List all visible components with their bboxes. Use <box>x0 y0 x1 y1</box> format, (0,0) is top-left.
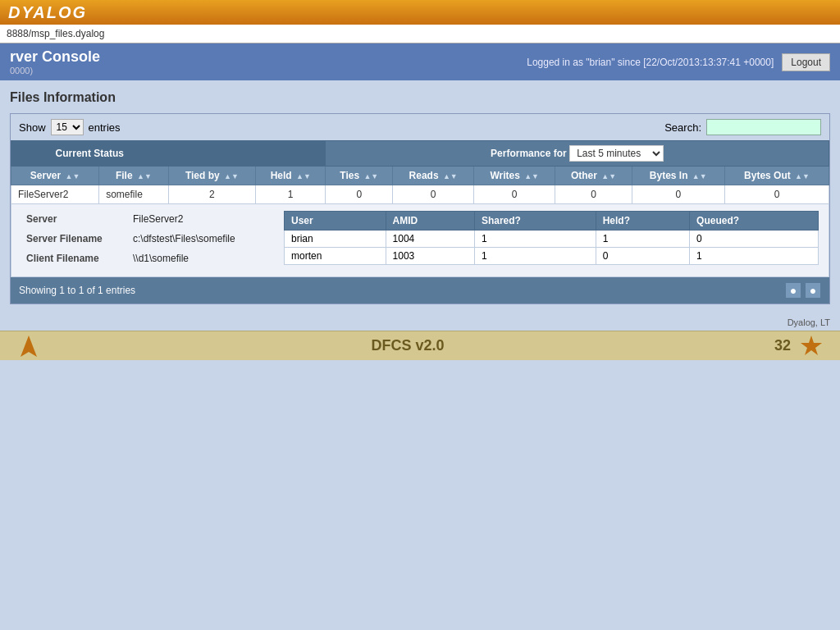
show-label: Show <box>19 121 46 134</box>
url-bar[interactable]: 8888/msp_files.dyalog <box>0 25 840 43</box>
user-1-held: 0 <box>596 248 689 265</box>
perf-time-select[interactable]: Last 5 minutes Last 15 minutes Last hour <box>569 145 664 162</box>
prev-page-button[interactable]: ● <box>785 282 801 299</box>
user-col-shared: Shared? <box>474 212 596 231</box>
search-input[interactable] <box>706 119 821 135</box>
detail-right: User AMID Shared? Held? Queued? <box>274 204 829 276</box>
detail-server-filename-row: Server Filename c:\dfstest\Files\somefil… <box>21 231 264 247</box>
app-title: rver Console <box>10 48 100 66</box>
taskbar-left <box>16 334 41 358</box>
cell-bytes-in: 0 <box>632 185 724 204</box>
app-footer: Dyalog, LT <box>0 314 840 331</box>
current-status-header: Current Status <box>11 141 169 167</box>
svg-marker-1 <box>801 336 822 355</box>
cell-file: somefile <box>99 185 168 204</box>
showing-text: Showing 1 to 1 of 1 entries <box>19 285 135 296</box>
user-table: User AMID Shared? Held? Queued? <box>284 211 819 265</box>
header-right: Logged in as "brian" since [22/Oct/2013:… <box>527 53 830 71</box>
search-label: Search: <box>664 121 701 134</box>
search-control: Search: <box>664 119 821 135</box>
col-file[interactable]: File ▲▼ <box>99 167 168 185</box>
col-writes[interactable]: Writes ▲▼ <box>474 167 555 185</box>
current-status-ext <box>168 141 326 167</box>
server-filename-label: Server Filename <box>21 231 128 247</box>
user-col-amid: AMID <box>386 212 474 231</box>
taskbar-icon <box>799 334 824 358</box>
next-page-button[interactable]: ● <box>805 282 821 299</box>
detail-container: Server FileServer2 Server Filename c:\df… <box>11 204 829 276</box>
taskbar-right-text: 32 <box>774 337 791 354</box>
col-other[interactable]: Other ▲▼ <box>555 167 632 185</box>
svg-marker-0 <box>21 336 37 357</box>
col-tied-by[interactable]: Tied by ▲▼ <box>168 167 256 185</box>
dyalog-logo: DYALOG <box>8 3 87 22</box>
user-0-queued: 0 <box>690 231 819 248</box>
col-held[interactable]: Held ▲▼ <box>256 167 326 185</box>
detail-server-row: Server FileServer2 <box>21 211 264 227</box>
url-text: 8888/msp_files.dyalog <box>7 28 104 39</box>
detail-left: Server FileServer2 Server Filename c:\df… <box>11 204 274 276</box>
cell-bytes-out: 0 <box>724 185 829 204</box>
taskbar-logo-icon <box>16 334 41 358</box>
app-title-block: rver Console 0000) <box>10 48 100 75</box>
user-col-user: User <box>285 212 386 231</box>
client-filename-value: \\d1\somefile <box>128 250 194 267</box>
cell-server: FileServer2 <box>11 185 99 204</box>
table-footer: Showing 1 to 1 of 1 entries ● ● <box>11 277 829 304</box>
user-row-0: brian 1004 1 1 0 <box>285 231 819 248</box>
files-table: Current Status Performance for Last 5 mi… <box>11 140 829 277</box>
user-1-queued: 1 <box>690 248 819 265</box>
show-entries-control: Show 15 25 50 entries <box>19 119 121 135</box>
browser-chrome: DYALOG <box>0 0 840 25</box>
user-table-header-row: User AMID Shared? Held? Queued? <box>285 212 819 231</box>
user-1-amid: 1003 <box>386 248 474 265</box>
table-row[interactable]: FileServer2 somefile 2 1 0 0 0 0 0 0 <box>11 185 829 204</box>
cell-tied-by: 2 <box>168 185 256 204</box>
server-filename-value: c:\dfstest\Files\somefile <box>128 231 240 247</box>
footer-navigation: ● ● <box>785 282 821 299</box>
user-0-shared: 1 <box>474 231 596 248</box>
server-label: Server <box>21 211 128 227</box>
entries-select[interactable]: 15 25 50 <box>51 119 84 135</box>
user-1-shared: 1 <box>474 248 596 265</box>
group-header-row: Current Status Performance for Last 5 mi… <box>11 141 829 167</box>
user-0-user: brian <box>285 231 386 248</box>
column-header-row: Server ▲▼ File ▲▼ Tied by ▲▼ Held ▲▼ Tie… <box>11 167 829 185</box>
files-table-wrapper: Show 15 25 50 entries Search: Current St… <box>10 113 830 304</box>
col-ties[interactable]: Ties ▲▼ <box>326 167 393 185</box>
detail-cell: Server FileServer2 Server Filename c:\df… <box>11 204 829 277</box>
login-info: Logged in as "brian" since [22/Oct/2013:… <box>527 57 774 68</box>
detail-row: Server FileServer2 Server Filename c:\df… <box>11 204 829 277</box>
cell-ties: 0 <box>326 185 393 204</box>
detail-client-filename-row: Client Filename \\d1\somefile <box>21 250 264 267</box>
footer-text: Dyalog, LT <box>788 317 830 327</box>
user-row-1: morten 1003 1 0 1 <box>285 248 819 265</box>
user-col-queued: Queued? <box>690 212 819 231</box>
performance-header: Performance for Last 5 minutes Last 15 m… <box>326 141 829 167</box>
col-server[interactable]: Server ▲▼ <box>11 167 99 185</box>
cell-writes: 0 <box>474 185 555 204</box>
user-0-amid: 1004 <box>386 231 474 248</box>
taskbar-center-text: DFCS v2.0 <box>371 337 444 354</box>
server-value: FileServer2 <box>128 211 188 227</box>
main-content: Files Information Show 15 25 50 entries … <box>0 80 840 314</box>
col-bytes-in[interactable]: Bytes In ▲▼ <box>632 167 724 185</box>
user-1-user: morten <box>285 248 386 265</box>
col-bytes-out[interactable]: Bytes Out ▲▼ <box>724 167 829 185</box>
page-title: Files Information <box>10 90 830 105</box>
cell-other: 0 <box>555 185 632 204</box>
taskbar: DFCS v2.0 32 <box>0 331 840 360</box>
table-controls: Show 15 25 50 entries Search: <box>11 114 829 140</box>
app-subtitle: 0000) <box>10 66 100 75</box>
cell-reads: 0 <box>393 185 474 204</box>
col-reads[interactable]: Reads ▲▼ <box>393 167 474 185</box>
cell-held: 1 <box>256 185 326 204</box>
user-0-held: 1 <box>596 231 689 248</box>
user-col-held: Held? <box>596 212 689 231</box>
entries-label: entries <box>89 121 121 134</box>
app-header: rver Console 0000) Logged in as "brian" … <box>0 43 840 80</box>
client-filename-label: Client Filename <box>21 250 128 267</box>
logout-button[interactable]: Logout <box>782 53 830 71</box>
